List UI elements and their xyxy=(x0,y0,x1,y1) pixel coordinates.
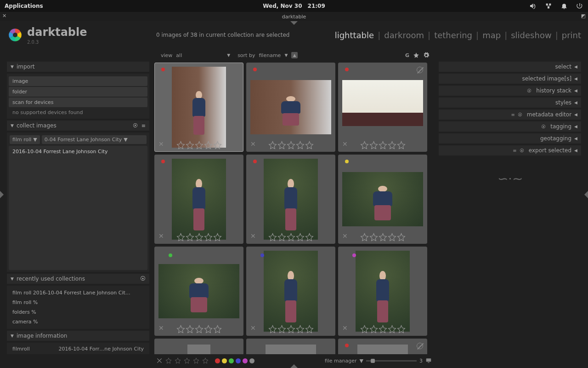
recent-item[interactable]: film roll 2016-10-04 Forrest Lane Johnso… xyxy=(9,288,147,297)
layout-dropdown[interactable]: file manager xyxy=(325,358,357,364)
mode-map[interactable]: map xyxy=(482,30,501,40)
recent-item[interactable]: film roll % xyxy=(9,298,147,307)
import-panel-header[interactable]: ▼ import xyxy=(7,62,149,72)
star-rating[interactable] xyxy=(155,325,243,334)
panel-selected-image-s-[interactable]: selected image[s]◀ xyxy=(439,74,581,84)
color-filter-dot[interactable] xyxy=(229,358,234,363)
import-image[interactable]: image xyxy=(9,76,147,86)
reset-icon[interactable]: ⦿ xyxy=(520,148,524,153)
mode-tethering[interactable]: tethering xyxy=(434,30,472,40)
star-2-icon[interactable] xyxy=(175,357,181,364)
panel-select[interactable]: select◀ xyxy=(439,62,581,72)
app-logo-icon xyxy=(7,27,23,43)
star-rating[interactable] xyxy=(247,325,335,334)
zoom-slider[interactable] xyxy=(366,360,417,362)
panel-geotagging[interactable]: geotagging◀ xyxy=(439,133,581,144)
color-filter-dot[interactable] xyxy=(236,358,241,363)
color-label-dot xyxy=(161,160,165,163)
close-button[interactable]: ✕ xyxy=(2,13,6,19)
panel-export-selected[interactable]: ≡⦿export selected◀ xyxy=(439,145,581,155)
color-filter-dot[interactable] xyxy=(222,358,227,363)
svg-rect-1 xyxy=(549,4,551,6)
import-folder[interactable]: folder xyxy=(9,87,147,97)
reset-icon[interactable]: ⦿ xyxy=(527,88,531,93)
filmroll-value: 2016-10-04 Forr…ne Johnson City xyxy=(49,346,144,352)
mode-lighttable[interactable]: lighttable xyxy=(335,30,374,40)
star-rating[interactable] xyxy=(339,325,427,334)
system-time: 21:09 xyxy=(308,3,325,9)
star-rating[interactable] xyxy=(339,233,427,242)
star-rating[interactable] xyxy=(339,141,427,150)
reject-rating-icon[interactable] xyxy=(156,357,163,364)
star-5-icon[interactable] xyxy=(202,357,209,364)
reset-icon[interactable]: ⦿ xyxy=(133,123,138,129)
thumbnail[interactable] xyxy=(246,339,335,354)
star-rating[interactable] xyxy=(155,233,243,242)
color-filter-dot[interactable] xyxy=(215,358,220,363)
thumbnail[interactable]: ✕ xyxy=(338,63,427,152)
sort-direction-button[interactable]: ▲ xyxy=(291,52,298,58)
thumbnail[interactable]: ✕ xyxy=(154,155,243,244)
recent-item[interactable]: folders % xyxy=(9,308,147,316)
reset-icon[interactable]: ⦿ xyxy=(541,124,546,129)
collapse-left-icon[interactable] xyxy=(0,191,4,198)
star-overlay-icon[interactable] xyxy=(413,52,419,58)
thumbnail[interactable]: ✕ xyxy=(246,63,335,152)
star-rating[interactable] xyxy=(155,141,243,150)
maximize-button[interactable]: ◩ xyxy=(581,13,586,19)
network-icon[interactable] xyxy=(545,2,552,10)
chevron-down-icon[interactable]: ▼ xyxy=(284,53,288,58)
color-filter-dot[interactable] xyxy=(243,358,248,363)
gear-icon[interactable] xyxy=(423,52,430,58)
presets-icon[interactable]: ≡ xyxy=(513,148,516,153)
presets-icon[interactable]: ≡ xyxy=(511,112,514,117)
collect-rule-type-dropdown[interactable]: film roll▼ xyxy=(10,135,40,144)
sort-dropdown[interactable]: filename xyxy=(259,52,281,58)
star-rating[interactable] xyxy=(247,141,335,150)
collect-panel-header[interactable]: ▼ collect images ⦿ ≡ xyxy=(7,121,149,131)
panel-styles[interactable]: styles◀ xyxy=(439,98,581,108)
thumbnail[interactable]: ✕ xyxy=(338,155,427,244)
mode-print[interactable]: print xyxy=(562,30,581,40)
panel-metadata-editor[interactable]: ≡⦿metadata editor◀ xyxy=(439,109,581,120)
thumbnail[interactable]: ✕ xyxy=(246,247,335,336)
star-1-icon[interactable] xyxy=(165,357,172,364)
thumbnail[interactable] xyxy=(154,339,243,354)
app-menu[interactable]: Applications xyxy=(5,3,43,9)
mode-switcher: lighttable|darkroom|tethering|map|slides… xyxy=(335,30,581,40)
notifications-icon[interactable] xyxy=(560,2,568,10)
collect-rule-value-dropdown[interactable]: 0-04 Forrest Lane Johnson City▼ xyxy=(42,135,147,144)
presets-icon[interactable]: ≡ xyxy=(141,123,146,129)
import-scan-for-devices[interactable]: scan for devices xyxy=(9,98,147,107)
thumbnail[interactable]: ✕ xyxy=(338,247,427,336)
group-toggle[interactable]: G xyxy=(405,52,409,58)
star-rating[interactable] xyxy=(247,233,335,242)
mode-darkroom[interactable]: darkroom xyxy=(384,30,424,40)
collapse-top-icon[interactable] xyxy=(290,21,298,25)
collapse-right-icon[interactable] xyxy=(584,191,588,198)
thumbnail[interactable]: ✕ xyxy=(154,247,243,336)
chevron-down-icon[interactable]: ▼ xyxy=(227,53,230,58)
svg-rect-6 xyxy=(428,362,430,363)
color-label-dot xyxy=(161,68,165,71)
collection-list-item[interactable]: 2016-10-04 Forrest Lane Johnson City xyxy=(9,146,147,270)
star-4-icon[interactable] xyxy=(193,357,199,364)
reset-icon[interactable]: ⦿ xyxy=(518,112,522,117)
power-icon[interactable] xyxy=(576,2,583,10)
thumbnail[interactable] xyxy=(338,339,427,354)
display-icon[interactable] xyxy=(425,357,432,364)
mode-slideshow[interactable]: slideshow xyxy=(511,30,551,40)
panel-history-stack[interactable]: ⦿history stack◀ xyxy=(439,86,581,96)
color-filter-dot[interactable] xyxy=(249,358,254,363)
view-dropdown[interactable]: all xyxy=(176,52,182,58)
volume-icon[interactable] xyxy=(529,2,537,10)
chevron-down-icon[interactable]: ▼ xyxy=(360,358,363,364)
panel-tagging[interactable]: ⦿tagging◀ xyxy=(439,121,581,132)
thumbnail[interactable]: ✕ xyxy=(154,63,243,152)
recent-panel-header[interactable]: ▼ recently used collections ⦿ xyxy=(7,274,149,284)
thumbnail[interactable]: ✕ xyxy=(246,155,335,244)
recent-item[interactable]: camera % xyxy=(9,317,147,326)
star-3-icon[interactable] xyxy=(184,357,190,364)
reset-icon[interactable]: ⦿ xyxy=(140,276,146,282)
info-panel-header[interactable]: ▼ image information xyxy=(7,331,149,341)
